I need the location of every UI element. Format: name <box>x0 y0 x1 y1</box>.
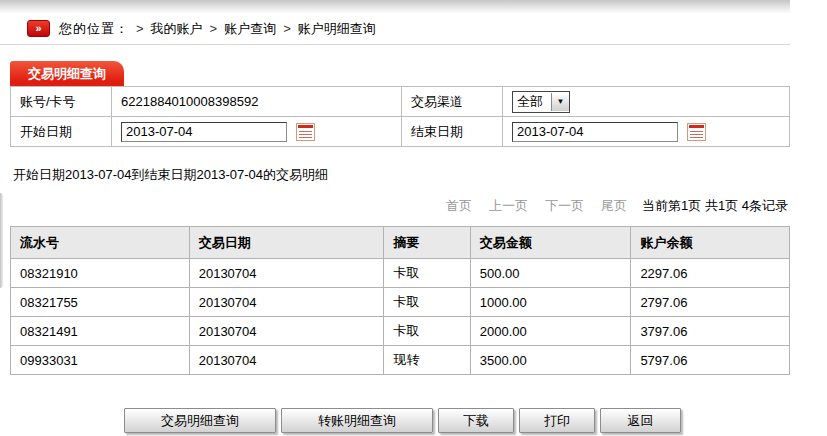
result-summary-text: 开始日期2013-07-04到结束日期2013-07-04的交易明细 <box>13 166 790 184</box>
cell-serial: 08321755 <box>11 288 190 317</box>
cell-balance: 2797.06 <box>631 288 790 317</box>
cell-date: 20130704 <box>189 288 384 317</box>
cell-serial: 09933031 <box>11 346 190 375</box>
cell-serial: 08321910 <box>11 259 190 288</box>
transaction-detail-query-button[interactable]: 交易明细查询 <box>124 408 276 433</box>
cell-summary: 卡取 <box>384 259 470 288</box>
cell-balance: 2297.06 <box>631 259 790 288</box>
download-button[interactable]: 下载 <box>438 408 514 433</box>
channel-select[interactable]: 全部 ▼ <box>512 91 570 113</box>
breadcrumb: » 您的位置： > 我的账户 > 账户查询 > 账户明细查询 <box>0 13 790 45</box>
col-header-date: 交易日期 <box>189 227 384 259</box>
cell-date: 20130704 <box>189 259 384 288</box>
breadcrumb-item-my-account[interactable]: 我的账户 <box>151 20 203 38</box>
account-label: 账号/卡号 <box>11 87 112 117</box>
table-row: 08321910 20130704 卡取 500.00 2297.06 <box>11 259 790 288</box>
top-gradient-strip <box>0 0 790 13</box>
account-number-value: 6221884010008398592 <box>112 87 402 117</box>
col-header-serial: 流水号 <box>11 227 190 259</box>
breadcrumb-item-account-query[interactable]: 账户查询 <box>224 20 276 38</box>
cell-summary: 卡取 <box>384 317 470 346</box>
cell-serial: 08321491 <box>11 317 190 346</box>
calendar-icon[interactable] <box>687 123 706 141</box>
query-form: 账号/卡号 6221884010008398592 交易渠道 全部 ▼ 开始日期… <box>10 86 790 147</box>
cell-balance: 3797.06 <box>631 317 790 346</box>
page-content: » 您的位置： > 我的账户 > 账户查询 > 账户明细查询 交易明细查询 账号… <box>0 0 790 433</box>
breadcrumb-marker-icon: » <box>27 20 50 37</box>
tab-bar: 交易明细查询 <box>0 61 790 86</box>
col-header-balance: 账户余额 <box>631 227 790 259</box>
cell-amount: 1000.00 <box>470 288 631 317</box>
start-date-label: 开始日期 <box>11 117 112 147</box>
breadcrumb-separator: > <box>136 21 144 36</box>
cell-summary: 现转 <box>384 346 470 375</box>
pagination-last[interactable]: 尾页 <box>601 197 627 215</box>
pagination-info: 当前第1页 共1页 4条记录 <box>642 197 788 215</box>
cell-amount: 2000.00 <box>470 317 631 346</box>
transfer-detail-query-button[interactable]: 转账明细查询 <box>281 408 433 433</box>
breadcrumb-separator: > <box>283 21 291 36</box>
end-date-label: 结束日期 <box>402 117 503 147</box>
pagination-prev[interactable]: 上一页 <box>489 197 528 215</box>
table-row: 08321755 20130704 卡取 1000.00 2797.06 <box>11 288 790 317</box>
chevron-down-icon[interactable]: ▼ <box>551 93 569 111</box>
pagination-first[interactable]: 首页 <box>446 197 472 215</box>
cell-amount: 3500.00 <box>470 346 631 375</box>
action-button-row: 交易明细查询 转账明细查询 下载 打印 返回 <box>124 408 790 433</box>
back-button[interactable]: 返回 <box>600 408 681 433</box>
left-edge-artifact <box>0 193 3 288</box>
col-header-amount: 交易金额 <box>470 227 631 259</box>
breadcrumb-prefix: 您的位置： <box>59 20 129 38</box>
breadcrumb-item-account-detail-query: 账户明细查询 <box>298 20 376 38</box>
table-row: 09933031 20130704 现转 3500.00 5797.06 <box>11 346 790 375</box>
cell-amount: 500.00 <box>470 259 631 288</box>
cell-balance: 5797.06 <box>631 346 790 375</box>
table-header-row: 流水号 交易日期 摘要 交易金额 账户余额 <box>11 227 790 259</box>
channel-selected-value: 全部 <box>513 93 551 111</box>
print-button[interactable]: 打印 <box>519 408 595 433</box>
pagination: 首页 上一页 下一页 尾页 当前第1页 共1页 4条记录 <box>0 197 790 215</box>
pagination-next[interactable]: 下一页 <box>545 197 584 215</box>
breadcrumb-separator: > <box>210 21 218 36</box>
cell-summary: 卡取 <box>384 288 470 317</box>
cell-date: 20130704 <box>189 346 384 375</box>
transaction-table: 流水号 交易日期 摘要 交易金额 账户余额 08321910 20130704 … <box>10 226 790 375</box>
table-row: 08321491 20130704 卡取 2000.00 3797.06 <box>11 317 790 346</box>
col-header-summary: 摘要 <box>384 227 470 259</box>
calendar-icon[interactable] <box>296 123 315 141</box>
tab-transaction-detail-query[interactable]: 交易明细查询 <box>10 61 124 86</box>
cell-date: 20130704 <box>189 317 384 346</box>
channel-label: 交易渠道 <box>402 87 503 117</box>
end-date-input[interactable] <box>512 122 678 142</box>
start-date-input[interactable] <box>121 122 287 142</box>
